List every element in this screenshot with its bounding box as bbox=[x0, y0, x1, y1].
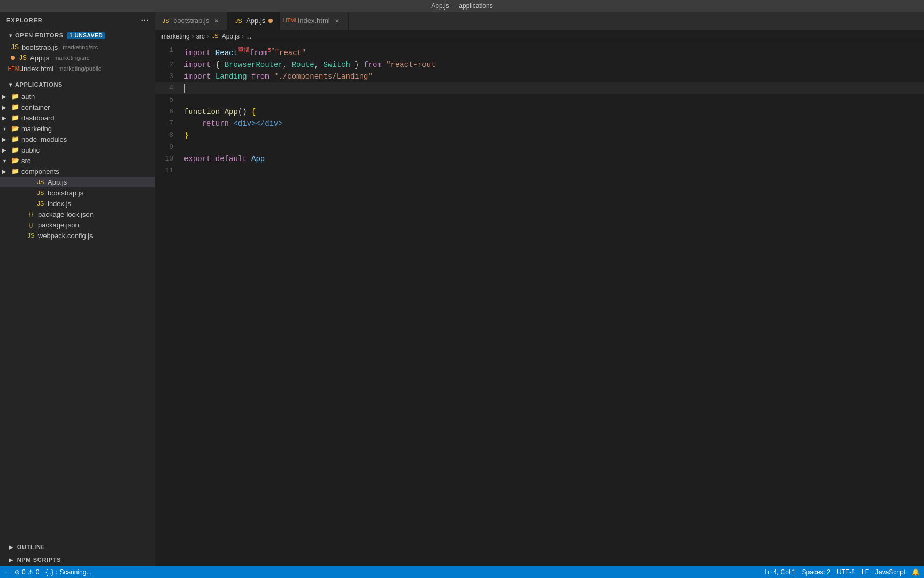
file-name: App.js bbox=[30, 54, 49, 62]
npm-label: NPM Scripts bbox=[17, 557, 61, 563]
code-line-10: 10 export default App bbox=[155, 153, 924, 165]
folder-name: container bbox=[21, 103, 50, 111]
scanning-text: Scanning... bbox=[59, 568, 91, 576]
folder-name: src bbox=[21, 157, 30, 165]
encoding-label: UTF-8 bbox=[837, 568, 855, 576]
code-line-1: 1 import React重播from5""react" bbox=[155, 44, 924, 59]
file-name: bootstrap.js bbox=[48, 189, 83, 197]
js-icon: JS bbox=[161, 17, 170, 25]
breadcrumb-src[interactable]: src bbox=[196, 33, 205, 40]
editor-scrollbar[interactable] bbox=[155, 561, 924, 566]
code-line-4: 4 bbox=[155, 82, 924, 94]
js-icon: JS bbox=[36, 199, 45, 208]
chevron-down-icon: ▾ bbox=[6, 80, 15, 89]
window-title: App.js — applications bbox=[431, 2, 492, 10]
folder-components[interactable]: ▶ 📁 components bbox=[0, 166, 155, 177]
line-number: 10 bbox=[155, 153, 182, 165]
chevron-right-icon: ▶ bbox=[0, 103, 9, 111]
breadcrumb-sep: › bbox=[207, 33, 209, 40]
code-line-5: 5 bbox=[155, 94, 924, 106]
outline-section[interactable]: ▶ Outline bbox=[0, 541, 155, 553]
git-icon: ⑃ bbox=[4, 568, 8, 576]
file-name: webpack.config.js bbox=[38, 232, 93, 240]
chevron-right-icon: ▶ bbox=[6, 543, 15, 551]
folder-name: auth bbox=[21, 93, 35, 101]
explorer-label: Explorer bbox=[6, 17, 43, 24]
sidebar-header-icons: ··· bbox=[141, 16, 149, 25]
npm-section[interactable]: ▶ NPM Scripts bbox=[0, 553, 155, 566]
status-left: ⑃ ⊘ 0 ⚠ 0 {..}: Scanning... bbox=[4, 568, 91, 576]
html-icon: HTML bbox=[11, 64, 19, 73]
unsaved-badge: 1 Unsaved bbox=[67, 32, 105, 39]
indentation[interactable]: Spaces: 2 bbox=[802, 568, 830, 576]
tab-appjs[interactable]: JS App.js bbox=[228, 12, 280, 30]
folder-node-modules[interactable]: ▶ 📁 node_modules bbox=[0, 134, 155, 144]
modified-dot bbox=[268, 19, 273, 23]
file-indexjs[interactable]: JS index.js bbox=[0, 198, 155, 209]
file-bootstrapjs[interactable]: JS bootstrap.js bbox=[0, 187, 155, 198]
folder-container[interactable]: ▶ 📁 container bbox=[0, 102, 155, 112]
chevron-right-icon: ▶ bbox=[0, 113, 9, 122]
file-name: package.json bbox=[38, 221, 79, 229]
folder-name: node_modules bbox=[21, 135, 67, 143]
status-right: Ln 4, Col 1 Spaces: 2 UTF-8 LF JavaScrip… bbox=[765, 568, 920, 576]
file-path: marketing/src bbox=[54, 55, 89, 61]
applications-header[interactable]: ▾ Applications bbox=[0, 78, 155, 91]
chevron-right-icon: ▶ bbox=[0, 92, 9, 101]
tab-bar: JS bootstrap.js × JS App.js HTML index.h… bbox=[155, 12, 924, 31]
file-webpack[interactable]: JS webpack.config.js bbox=[0, 230, 155, 241]
git-status[interactable]: ⑃ bbox=[4, 568, 8, 576]
breadcrumb-sep: › bbox=[242, 33, 244, 40]
folder-public[interactable]: ▶ 📁 public bbox=[0, 144, 155, 155]
scanning-status: {..}: Scanning... bbox=[45, 568, 91, 576]
js-icon: JS bbox=[11, 43, 19, 51]
js-icon: JS bbox=[36, 188, 45, 197]
explorer-header: Explorer ··· bbox=[0, 12, 155, 29]
line-ending[interactable]: LF bbox=[861, 568, 869, 576]
applications-label: Applications bbox=[15, 81, 63, 88]
breadcrumb-appjs[interactable]: App.js bbox=[222, 33, 240, 40]
line-number: 11 bbox=[155, 165, 182, 177]
code-line-2: 2 import { BrowserRouter, Route, Switch … bbox=[155, 59, 924, 71]
open-editor-bootstrap[interactable]: JS bootstrap.js marketing/src bbox=[0, 42, 155, 52]
chevron-right-icon: ▶ bbox=[0, 146, 9, 154]
js-icon: JS bbox=[27, 231, 35, 240]
line-number: 9 bbox=[155, 141, 182, 153]
file-appjs[interactable]: JS App.js bbox=[0, 177, 155, 187]
error-count[interactable]: ⊘ 0 ⚠ 0 bbox=[14, 568, 39, 576]
file-package[interactable]: {} package.json bbox=[0, 219, 155, 230]
cursor-position[interactable]: Ln 4, Col 1 bbox=[765, 568, 796, 576]
folder-auth[interactable]: ▶ 📁 auth bbox=[0, 91, 155, 102]
folder-dashboard[interactable]: ▶ 📁 dashboard bbox=[0, 112, 155, 123]
file-packagelock[interactable]: {} package-lock.json bbox=[0, 209, 155, 219]
line-number: 2 bbox=[155, 59, 182, 71]
code-editor[interactable]: 1 import React重播from5""react" 2 import {… bbox=[155, 42, 924, 561]
more-icon[interactable]: ··· bbox=[141, 16, 149, 25]
line-number: 7 bbox=[155, 118, 182, 130]
sidebar: Explorer ··· ▾ Open Editors 1 Unsaved JS… bbox=[0, 12, 155, 566]
folder-src[interactable]: ▾ 📂 src bbox=[0, 155, 155, 166]
folder-marketing[interactable]: ▾ 📂 marketing bbox=[0, 123, 155, 134]
open-editors-header[interactable]: ▾ Open Editors 1 Unsaved bbox=[0, 29, 155, 42]
code-line-7: 7 return <div></div> bbox=[155, 118, 924, 130]
language-mode[interactable]: JavaScript bbox=[875, 568, 905, 576]
encoding[interactable]: UTF-8 bbox=[837, 568, 855, 576]
open-editor-appjs[interactable]: JS App.js marketing/src bbox=[0, 52, 155, 63]
tab-close-icon[interactable]: × bbox=[333, 17, 342, 25]
code-line-3: 3 import Landing from "./components/Land… bbox=[155, 71, 924, 82]
warning-number: 0 bbox=[36, 568, 40, 576]
tab-bootstrap[interactable]: JS bootstrap.js × bbox=[155, 12, 228, 30]
json-icon: {} bbox=[27, 210, 35, 218]
chevron-down-icon: ▾ bbox=[0, 156, 9, 165]
line-content: function App() { bbox=[182, 106, 924, 118]
breadcrumb-marketing[interactable]: marketing bbox=[161, 33, 190, 40]
open-editor-indexhtml[interactable]: HTML index.html marketing/public bbox=[0, 63, 155, 74]
notifications-icon[interactable]: 🔔 bbox=[912, 568, 920, 576]
line-content: } bbox=[182, 130, 924, 141]
tab-indexhtml[interactable]: HTML index.html × bbox=[280, 12, 348, 30]
line-ending-label: LF bbox=[861, 568, 869, 576]
tab-close-icon[interactable]: × bbox=[212, 17, 221, 25]
line-number: 1 bbox=[155, 44, 182, 56]
folder-icon: 📁 bbox=[11, 92, 19, 101]
folder-icon: 📁 bbox=[11, 113, 19, 122]
